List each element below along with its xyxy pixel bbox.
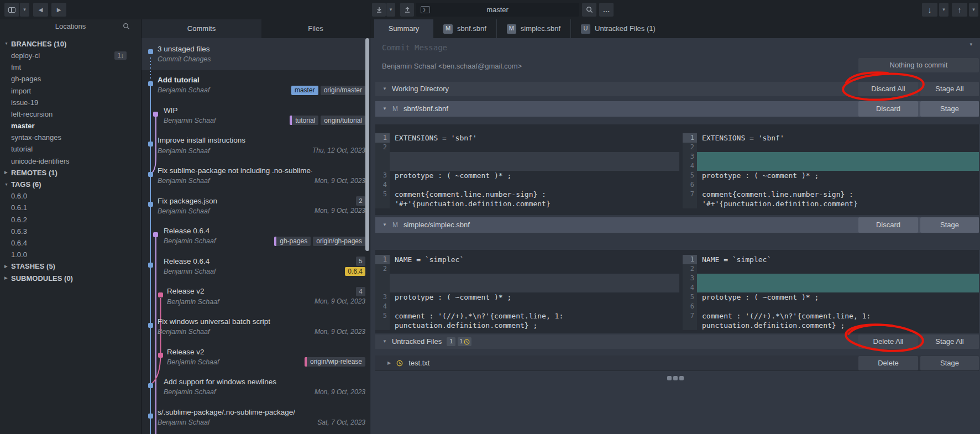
stash-save-button[interactable] [372, 3, 386, 17]
sidebar-item-tag[interactable]: 0.6.1 [0, 202, 141, 214]
search-button[interactable] [582, 3, 596, 17]
caret-down-icon[interactable]: ▼ [382, 222, 387, 228]
diff-line[interactable] [375, 274, 679, 283]
caret-down-icon[interactable]: ▼ [382, 106, 387, 112]
ref-badge[interactable]: origin/tutorial [321, 116, 365, 125]
tab-commits[interactable]: Commits [142, 19, 261, 38]
caret-down-icon[interactable]: ▼ [382, 86, 387, 92]
sidebar-item-branch[interactable]: unicode-identifiers [0, 155, 141, 167]
diff-line[interactable]: 2 [375, 264, 679, 274]
diff-line[interactable]: 5 prototype : ( ~comment )* ; [683, 171, 979, 180]
stash-dropdown-button[interactable]: ▾ [386, 3, 395, 17]
caret-right-icon[interactable]: ▶ [387, 360, 391, 366]
more-button[interactable]: … [599, 3, 614, 17]
diff-line[interactable]: '#+'{punctuation.definition.comment} [683, 199, 979, 208]
diff-line[interactable]: 1 NAME = `simplec` [683, 255, 979, 264]
push-dropdown-button[interactable]: ▾ [969, 3, 978, 17]
diff-line[interactable]: 4 [375, 302, 679, 311]
stage-file-button[interactable]: Stage [920, 356, 979, 370]
commit-row[interactable]: Fix windows universal batch script Benja… [142, 312, 370, 342]
diff-line[interactable]: 3 prototype : ( ~comment )* ; [375, 171, 679, 180]
sidebar-section-submodules[interactable]: ▶SUBMODULES (0) [0, 273, 141, 284]
sidebar-item-tag[interactable]: 0.6.0 [0, 190, 141, 202]
sidebar-section-remotes[interactable]: ▶REMOTES (1) [0, 167, 141, 179]
sidebar-section-tags[interactable]: ▼TAGS (6) [0, 179, 141, 190]
diff-line[interactable]: 1 EXTENSIONS = 'sbnf' [375, 133, 679, 143]
sidebar-item-branch[interactable]: left-recursion [0, 108, 141, 120]
sidebar-item-tag[interactable]: 0.6.3 [0, 226, 141, 237]
sidebar-item-branch[interactable]: gh-pages [0, 74, 141, 85]
diff-line[interactable]: 5 comment : '(//+).*\n?'{comment.line, 1… [375, 311, 679, 321]
sidebar-item-branch[interactable]: tutorial [0, 144, 141, 155]
tab-file-simplec[interactable]: M simplec.sbnf [497, 19, 571, 38]
diff-line[interactable]: 5 comment{comment.line.number-sign} : [375, 190, 679, 199]
diff-line[interactable]: 7 comment{comment.line.number-sign} : [683, 190, 979, 199]
ref-badge[interactable]: origin/gh-pages [313, 237, 365, 246]
diff-line[interactable]: 2 [683, 143, 979, 152]
diff-line[interactable]: 3 [683, 152, 979, 161]
diff-line[interactable] [375, 152, 679, 161]
commit-row[interactable]: Fix sublime-package not including .no-su… [142, 161, 370, 191]
commit-button[interactable]: Nothing to commit [858, 58, 979, 72]
sidebar-item-branch[interactable]: issue-19 [0, 97, 141, 108]
diff-line[interactable]: 5 prototype : ( ~comment )* ; [683, 292, 979, 302]
diff-line[interactable]: 1 EXTENSIONS = 'sbnf' [683, 133, 979, 143]
pull-button[interactable]: ↓ [922, 3, 937, 17]
sidebar-item-branch[interactable]: syntax-changes [0, 132, 141, 144]
delete-file-button[interactable]: Delete [858, 356, 918, 370]
untracked-file-row[interactable]: ▶ test.txt Delete Stage [375, 355, 979, 371]
layout-dropdown-button[interactable]: ▾ [20, 3, 29, 17]
tab-file-sbnf[interactable]: M sbnf.sbnf [433, 19, 497, 38]
stash-pop-button[interactable] [400, 3, 414, 17]
commit-row[interactable]: Release v2 Benjamin Schaaf 4 Mon, 9 O [142, 281, 370, 312]
ref-badge[interactable]: tutorial [290, 116, 318, 125]
caret-down-icon[interactable]: ▼ [382, 339, 387, 344]
commit-row[interactable]: Release 0.6.4 Benjamin Schaaf 5 0.6.4 [142, 252, 370, 282]
diff-line[interactable]: 4 [683, 161, 979, 171]
push-button[interactable]: ↑ [952, 3, 967, 17]
ref-badge[interactable]: gh-pages [274, 237, 311, 246]
chevron-down-icon[interactable]: ▾ [969, 41, 972, 48]
discard-file-button[interactable]: Discard [858, 217, 918, 233]
sidebar-item-branch[interactable]: import [0, 85, 141, 97]
sidebar-item-tag[interactable]: 1.0.0 [0, 249, 141, 260]
pull-dropdown-button[interactable]: ▾ [939, 3, 948, 17]
commit-list-scrollbar[interactable] [365, 38, 369, 251]
stage-all-button[interactable]: Stage All [920, 82, 979, 96]
ref-badge[interactable]: master [291, 86, 318, 95]
stage-file-button[interactable]: Stage [920, 217, 979, 233]
diff-line[interactable] [375, 161, 679, 171]
commit-row[interactable]: Release 0.6.4 Benjamin Schaaf gh-pagesor… [142, 221, 370, 252]
ref-badge[interactable]: origin/master [321, 86, 365, 95]
diff-line[interactable]: 6 [683, 302, 979, 311]
stage-all-button[interactable]: Stage All [920, 334, 979, 349]
ref-badge[interactable]: origin/wip-release [305, 357, 365, 367]
commit-row[interactable]: s/.sublime-package/.no-sublime-package/ … [142, 402, 370, 433]
sidebar-section-stashes[interactable]: ▶STASHES (5) [0, 261, 141, 273]
diff-line[interactable]: 4 [683, 283, 979, 292]
diff-line[interactable]: 1 NAME = `simplec` [375, 255, 679, 264]
search-icon[interactable] [123, 23, 130, 30]
diff-line[interactable]: punctuation.definition.comment} ; [683, 321, 979, 330]
layout-button[interactable] [4, 3, 19, 17]
repository-field[interactable]: ❯ master [416, 3, 579, 17]
commit-row[interactable]: 3 unstaged files Commit Changes [142, 38, 370, 70]
tab-files[interactable]: Files [261, 19, 370, 38]
diff-line[interactable] [375, 283, 679, 292]
diff-line[interactable]: 3 prototype : ( ~comment )* ; [375, 292, 679, 302]
sidebar-item-branch[interactable]: master [0, 120, 141, 132]
forward-button[interactable]: ▶ [51, 3, 66, 17]
commit-message-input[interactable]: Commit Message [382, 43, 447, 53]
diff-line[interactable]: '#+'{punctuation.definition.comment} [375, 199, 679, 208]
commit-row[interactable]: Fix packages.json Benjamin Schaaf 2 M [142, 191, 370, 221]
discard-file-button[interactable]: Discard [858, 101, 918, 117]
discard-all-button[interactable]: Discard All [858, 82, 918, 96]
commit-row[interactable]: Improve install instructions Benjamin Sc… [142, 130, 370, 161]
sidebar-item-branch[interactable]: deploy-ci 1↓ [0, 50, 141, 61]
commit-row[interactable]: WIP Benjamin Schaaf tutorialorigin/tutor… [142, 101, 370, 131]
commit-row[interactable]: Release v2 Benjamin Schaaf origin/wip-re… [142, 342, 370, 372]
diff-line[interactable]: 2 [375, 143, 679, 152]
sidebar-item-branch[interactable]: fmt [0, 61, 141, 73]
stage-file-button[interactable]: Stage [920, 101, 979, 117]
diff-line[interactable]: 3 [683, 274, 979, 283]
